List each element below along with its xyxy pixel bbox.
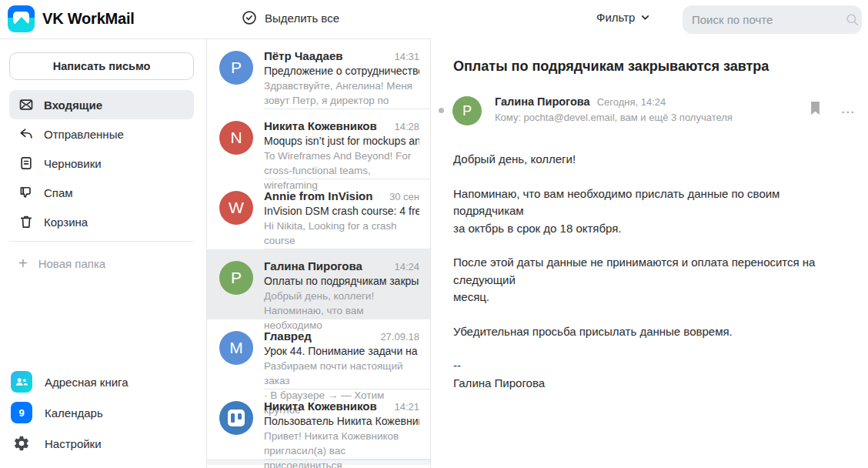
email-subject: Предложение о сотрудничестве. …: [264, 65, 419, 77]
email-list-item-selected[interactable]: P 14:24 Галина Пирогова Оплаты по подряд…: [207, 249, 430, 319]
avatar: P: [219, 51, 253, 85]
chevron-down-icon: [640, 12, 650, 22]
gear-icon: [11, 433, 32, 454]
sidebar-item-label: Отправленные: [44, 128, 124, 141]
new-folder-label: Новая папка: [38, 257, 105, 270]
body-paragraph: После этой даты данные не принимаются и …: [453, 254, 837, 306]
sidebar: Написать письмо Входящие Отправленные: [0, 38, 206, 468]
sidebar-item-label: Корзина: [44, 216, 88, 229]
thumbs-down-icon: [18, 185, 34, 200]
email-list-item[interactable]: N 14:28 Никита Кожевников Moqups isn’t j…: [207, 109, 430, 179]
sidebar-item-contacts[interactable]: Адресная книга: [0, 366, 206, 397]
email-preview: Привет! Никита Кожевников пригласил(а) в…: [264, 430, 419, 468]
trello-icon: [228, 410, 245, 426]
search-box: [683, 5, 862, 34]
sidebar-item-calendar[interactable]: 9 Календарь: [0, 397, 206, 428]
avatar: P: [219, 261, 253, 295]
email-list: P 14:31 Пётр Чаадаев Предложение о сотру…: [206, 38, 431, 468]
contacts-app-icon: [11, 371, 32, 393]
trash-icon: [18, 214, 34, 229]
calendar-day-badge: 9: [18, 407, 24, 419]
email-list-item[interactable]: 14:21 Никита Кожевников Пользователь Ник…: [207, 389, 430, 460]
draft-document-icon: [18, 155, 34, 171]
body-signature: -- Галина Пирогова: [453, 357, 837, 392]
sidebar-divider: [9, 241, 194, 242]
message-body: Добрый день, коллеги! Напоминаю, что вам…: [453, 151, 837, 392]
email-subject: Пользователь Никита Кожевник…: [264, 415, 419, 427]
plus-icon: +: [18, 256, 28, 271]
body-paragraph: Добрый день, коллеги!: [453, 151, 837, 169]
topbar: VK WorkMail Выделить все Фильтр: [0, 0, 868, 38]
compose-button[interactable]: Написать письмо: [9, 52, 194, 80]
email-time: 27.09.18: [380, 331, 419, 343]
app-logo[interactable]: VK WorkMail: [8, 5, 135, 32]
sidebar-item-inbox[interactable]: Входящие: [9, 90, 194, 119]
email-list-item[interactable]: P 14:31 Пётр Чаадаев Предложение о сотру…: [207, 39, 430, 109]
sender-name: Галина Пирогова: [495, 95, 590, 108]
avatar: N: [219, 121, 253, 155]
email-time: 14:24: [394, 261, 419, 272]
filter-dropdown[interactable]: Фильтр: [596, 11, 650, 24]
sidebar-item-label: Настройки: [45, 437, 102, 450]
email-preview: Здравствуйте, Ангелина! Меня зовут Петр,…: [264, 79, 419, 109]
sidebar-apps: Адресная книга 9 Календарь Настройки: [0, 366, 206, 459]
email-subject: Moqups isn’t just for mockups any…: [264, 135, 419, 147]
sidebar-item-label: Входящие: [44, 99, 102, 112]
select-all-label: Выделить все: [265, 12, 339, 25]
email-time: 14:31: [394, 51, 419, 62]
sidebar-item-drafts[interactable]: Черновики: [9, 149, 194, 178]
inbox-envelope-icon: [18, 97, 34, 112]
folder-list: Входящие Отправленные Черновики: [9, 90, 194, 236]
message-recipients: Кому: pochta@devel.email, вам и ещё 3 по…: [495, 112, 856, 123]
sidebar-item-spam[interactable]: Спам: [9, 178, 194, 207]
search-input[interactable]: [692, 13, 845, 26]
email-time: 14:28: [394, 121, 419, 132]
new-folder-button[interactable]: + Новая папка: [9, 249, 194, 278]
body-paragraph: Напоминаю, что вам необходимо прислать д…: [453, 186, 837, 238]
calendar-app-icon: 9: [11, 402, 32, 423]
email-list-item[interactable]: M 27.09.18 Главред Урок 44. Понимание за…: [207, 319, 430, 389]
select-all-control[interactable]: Выделить все: [242, 10, 339, 25]
sidebar-item-label: Календарь: [45, 406, 103, 420]
sidebar-item-label: Черновики: [44, 157, 102, 170]
message-header: P Галина Пирогова Сегодня, 14:24 Кому: p…: [436, 95, 856, 128]
more-actions-icon[interactable]: ...: [841, 102, 856, 115]
sidebar-item-label: Адресная книга: [45, 376, 129, 389]
app-title: VK WorkMail: [42, 10, 135, 28]
sidebar-item-settings[interactable]: Настройки: [0, 428, 206, 459]
reading-pane: Оплаты по подрядчикам закрываются завтра…: [432, 38, 868, 468]
sidebar-item-trash[interactable]: Корзина: [9, 207, 194, 236]
search-icon[interactable]: [845, 12, 860, 27]
sidebar-item-label: Спам: [44, 186, 73, 199]
avatar: W: [219, 191, 253, 225]
email-subject: InVision DSM crash course: 4 fresh…: [264, 205, 419, 217]
sent-arrow-icon: [18, 126, 34, 142]
list-divider: [264, 459, 430, 460]
avatar: M: [219, 331, 253, 365]
thread-dot: [439, 108, 444, 113]
message-date: Сегодня, 14:24: [597, 96, 666, 108]
body-paragraph: Убедительная просьба присылать данные во…: [453, 323, 837, 341]
email-list-item[interactable]: W 30 сен Annie from InVision InVision DS…: [207, 179, 430, 249]
bookmark-flag-icon[interactable]: [810, 102, 821, 115]
message-subject: Оплаты по подрядчикам закрываются завтра: [453, 58, 850, 75]
check-circle-icon: [242, 10, 257, 25]
sidebar-item-sent[interactable]: Отправленные: [9, 119, 194, 149]
email-subject: Оплаты по подрядчикам закрыв…: [264, 275, 419, 287]
email-subject: Урок 44. Понимание задачи на п…: [264, 345, 419, 357]
filter-label: Фильтр: [596, 11, 635, 24]
avatar: [219, 401, 253, 435]
email-time: 30 сен: [389, 191, 419, 202]
sender-avatar: P: [452, 96, 482, 125]
email-time: 14:21: [394, 401, 419, 413]
vk-mail-logo-icon: [8, 5, 35, 32]
